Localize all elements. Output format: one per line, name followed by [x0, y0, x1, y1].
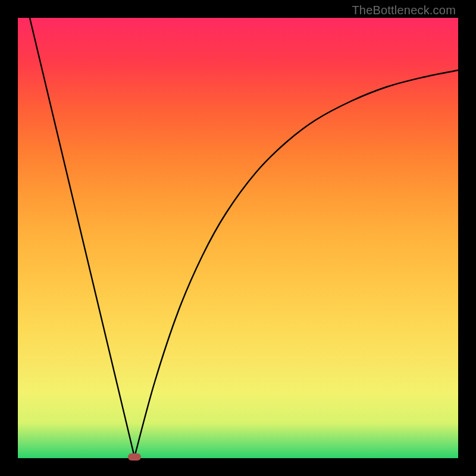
watermark-text: TheBottleneck.com: [352, 4, 456, 17]
bottleneck-curve: [18, 18, 458, 458]
optimal-point-marker: [128, 453, 141, 461]
plot-area: [18, 18, 458, 458]
chart-frame: TheBottleneck.com: [0, 0, 476, 476]
